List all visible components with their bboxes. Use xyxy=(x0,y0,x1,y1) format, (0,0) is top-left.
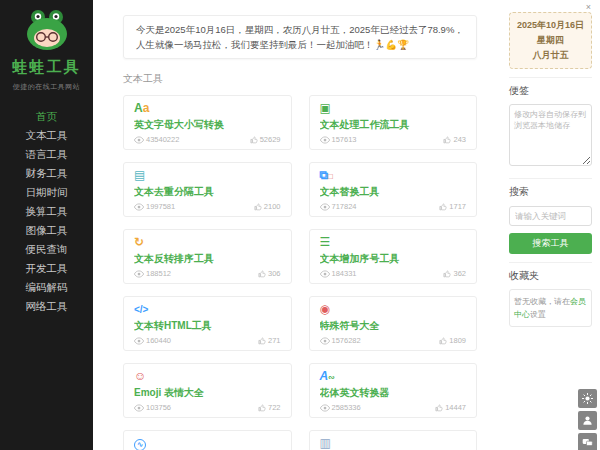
thumb-up-icon xyxy=(439,203,447,211)
tool-likes: 243 xyxy=(453,135,466,144)
duplicate-check-icon: ▥ xyxy=(320,437,467,450)
search-label: 搜索 xyxy=(509,185,592,199)
tool-likes: 2100 xyxy=(264,202,281,211)
tool-card[interactable]: ◉特殊符号大全15762821809 xyxy=(309,296,478,351)
tool-card[interactable]: ▥内容重复率检测304428545 xyxy=(309,430,478,450)
tool-card[interactable]: A∾花体英文转换器258533614447 xyxy=(309,363,478,418)
sidebar-item-2[interactable]: 语言工具 xyxy=(0,145,93,164)
search-input[interactable] xyxy=(509,206,592,226)
thumb-up-icon xyxy=(258,337,266,345)
date-card-date: 2025年10月16日 xyxy=(512,18,589,33)
dedupe-split-icon: ▤ xyxy=(134,169,281,182)
sidebar-item-1[interactable]: 文本工具 xyxy=(0,126,93,145)
workflow-icon: ▣ xyxy=(320,102,467,115)
tool-title[interactable]: 花体英文转换器 xyxy=(320,387,467,398)
tool-views: 157613 xyxy=(332,135,357,144)
tool-card[interactable]: ↻文本反转排序工具188512306 xyxy=(123,229,292,284)
brand-tagline: 便捷的在线工具网站 xyxy=(0,82,93,92)
tool-views: 1997581 xyxy=(146,202,175,211)
tool-views: 43540222 xyxy=(146,135,179,144)
numbering-icon: ☰ xyxy=(320,236,467,249)
date-card-weekday: 星期四 xyxy=(512,33,589,48)
tool-card[interactable]: ▣文本处理工作流工具157613243 xyxy=(309,95,478,150)
word-count-icon: ∿ xyxy=(134,437,281,450)
feedback-chat-icon[interactable] xyxy=(578,433,597,450)
tool-card[interactable]: ▤文本去重分隔工具19975812100 xyxy=(123,162,292,217)
sidebar-item-5[interactable]: 换算工具 xyxy=(0,202,93,221)
sidebar-menu: 首页文本工具语言工具财务工具日期时间换算工具图像工具便民查询开发工具编码解码网络… xyxy=(0,107,93,316)
sidebar-item-0[interactable]: 首页 xyxy=(0,107,93,126)
eye-icon xyxy=(320,203,330,211)
special-symbol-icon: ◉ xyxy=(320,303,467,316)
tool-card[interactable]: Aa英文字母大小写转换4354022252629 xyxy=(123,95,292,150)
sidebar-item-8[interactable]: 开发工具 xyxy=(0,259,93,278)
letter-case-icon: Aa xyxy=(134,102,281,115)
search-tools-button[interactable]: 搜索工具 xyxy=(509,233,592,254)
thumb-up-icon xyxy=(250,136,258,144)
tool-likes: 722 xyxy=(268,403,281,412)
eye-icon xyxy=(320,404,330,412)
tool-card[interactable]: ☺Emoji 表情大全103756722 xyxy=(123,363,292,418)
left-sidebar: 蛙蛙工具 便捷的在线工具网站 首页文本工具语言工具财务工具日期时间换算工具图像工… xyxy=(0,0,93,450)
tool-title[interactable]: 文本增加序号工具 xyxy=(320,253,467,264)
replace-icon: ⧉□ xyxy=(320,169,467,182)
frog-logo-icon xyxy=(0,9,93,55)
tool-title[interactable]: 英文字母大小写转换 xyxy=(134,119,281,130)
right-panel: × 2025年10月16日 星期四 八月廿五 便签 搜索 搜索工具 收藏夹 暂无… xyxy=(500,0,597,450)
tool-stats: 157613243 xyxy=(320,135,467,144)
tool-likes: 1809 xyxy=(449,336,466,345)
notes-textarea[interactable] xyxy=(509,104,592,166)
theme-sun-icon[interactable] xyxy=(578,389,597,408)
tool-card[interactable]: ∿字数统计工具10333112574 xyxy=(123,430,292,450)
close-icon[interactable]: × xyxy=(586,2,591,12)
sidebar-item-4[interactable]: 日期时间 xyxy=(0,183,93,202)
eye-icon xyxy=(134,136,144,144)
favorites-label: 收藏夹 xyxy=(509,269,592,283)
tool-stats: 184331362 xyxy=(320,269,467,278)
divider xyxy=(509,178,592,179)
tool-stats: 4354022252629 xyxy=(134,135,281,144)
tool-stats: 7178241717 xyxy=(320,202,467,211)
tool-card[interactable]: </>文本转HTML工具160440271 xyxy=(123,296,292,351)
notice-text: 今天是2025年10月16日，星期四，农历八月廿五，2025年已经过去了78.9… xyxy=(136,24,464,50)
sidebar-item-7[interactable]: 便民查询 xyxy=(0,240,93,259)
tool-likes: 1717 xyxy=(449,202,466,211)
eye-icon xyxy=(134,270,144,278)
tool-title[interactable]: 文本去重分隔工具 xyxy=(134,186,281,197)
floating-buttons xyxy=(578,389,597,450)
notes-label: 便签 xyxy=(509,84,592,98)
sidebar-item-3[interactable]: 财务工具 xyxy=(0,164,93,183)
tool-card[interactable]: ⧉□文本替换工具7178241717 xyxy=(309,162,478,217)
sidebar-item-10[interactable]: 网络工具 xyxy=(0,297,93,316)
date-card-lunar: 八月廿五 xyxy=(512,48,589,63)
thumb-up-icon xyxy=(439,337,447,345)
daily-notice: 今天是2025年10月16日，星期四，农历八月廿五，2025年已经过去了78.9… xyxy=(123,15,477,59)
tool-title[interactable]: 文本处理工作流工具 xyxy=(320,119,467,130)
tool-title[interactable]: Emoji 表情大全 xyxy=(134,387,281,398)
tool-views: 188512 xyxy=(146,269,171,278)
sidebar-item-9[interactable]: 编码解码 xyxy=(0,278,93,297)
thumb-up-icon xyxy=(254,203,262,211)
divider xyxy=(509,77,592,78)
tool-title[interactable]: 文本反转排序工具 xyxy=(134,253,281,264)
tools-grid: Aa英文字母大小写转换4354022252629▣文本处理工作流工具157613… xyxy=(123,95,477,450)
brand-name: 蛙蛙工具 xyxy=(0,58,93,77)
tool-title[interactable]: 文本转HTML工具 xyxy=(134,320,281,331)
user-icon[interactable] xyxy=(578,411,597,430)
favorites-empty-text: 暂无收藏，请在 xyxy=(514,297,570,306)
tool-title[interactable]: 特殊符号大全 xyxy=(320,320,467,331)
eye-icon xyxy=(320,270,330,278)
eye-icon xyxy=(134,203,144,211)
notice-emojis: 🏃💪🏆 xyxy=(374,39,410,50)
eye-icon xyxy=(134,404,144,412)
tool-stats: 103756722 xyxy=(134,403,281,412)
smiley-icon: ☺ xyxy=(134,370,281,383)
tool-likes: 14447 xyxy=(445,403,466,412)
sidebar-item-6[interactable]: 图像工具 xyxy=(0,221,93,240)
eye-icon xyxy=(320,136,330,144)
thumb-up-icon xyxy=(443,270,451,278)
tool-card[interactable]: ☰文本增加序号工具184331362 xyxy=(309,229,478,284)
tool-views: 2585336 xyxy=(332,403,361,412)
thumb-up-icon xyxy=(258,270,266,278)
tool-title[interactable]: 文本替换工具 xyxy=(320,186,467,197)
